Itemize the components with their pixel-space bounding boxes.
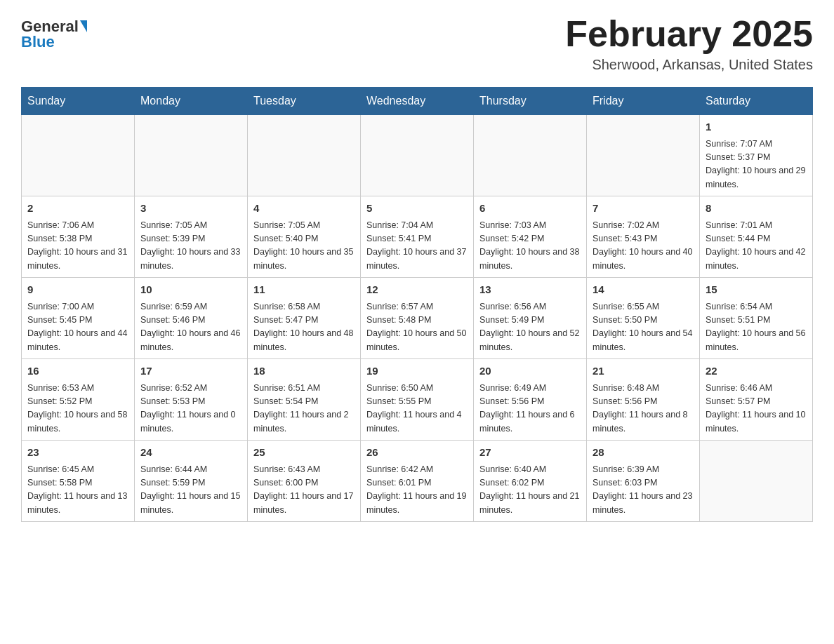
day-number: 19 [366, 363, 468, 380]
day-number: 8 [706, 201, 807, 217]
day-number: 17 [140, 363, 241, 380]
column-header-wednesday: Wednesday [361, 88, 474, 115]
calendar-cell: 7Sunrise: 7:02 AM Sunset: 5:43 PM Daylig… [587, 196, 700, 278]
calendar-cell: 24Sunrise: 6:44 AM Sunset: 5:59 PM Dayli… [135, 441, 248, 522]
day-number: 18 [253, 363, 355, 380]
calendar-cell [135, 115, 248, 196]
calendar-cell: 11Sunrise: 6:58 AM Sunset: 5:47 PM Dayli… [248, 278, 361, 359]
day-info: Sunrise: 6:56 AM Sunset: 5:49 PM Dayligh… [479, 300, 581, 355]
calendar-cell: 23Sunrise: 6:45 AM Sunset: 5:58 PM Dayli… [22, 441, 135, 522]
calendar-cell: 9Sunrise: 7:00 AM Sunset: 5:45 PM Daylig… [22, 278, 135, 359]
calendar-table: SundayMondayTuesdayWednesdayThursdayFrid… [21, 87, 813, 522]
day-info: Sunrise: 6:49 AM Sunset: 5:56 PM Dayligh… [479, 382, 581, 436]
calendar-cell: 26Sunrise: 6:42 AM Sunset: 6:01 PM Dayli… [361, 441, 474, 522]
column-header-tuesday: Tuesday [248, 88, 361, 115]
calendar-cell: 3Sunrise: 7:05 AM Sunset: 5:39 PM Daylig… [135, 196, 248, 278]
calendar-cell: 8Sunrise: 7:01 AM Sunset: 5:44 PM Daylig… [700, 196, 813, 278]
logo: General Blue [21, 14, 87, 51]
day-info: Sunrise: 7:03 AM Sunset: 5:42 PM Dayligh… [479, 219, 581, 274]
column-header-saturday: Saturday [700, 88, 813, 115]
calendar-cell: 1Sunrise: 7:07 AM Sunset: 5:37 PM Daylig… [700, 115, 813, 196]
day-number: 10 [140, 282, 241, 298]
day-number: 20 [479, 363, 581, 380]
day-number: 23 [27, 445, 128, 461]
day-number: 4 [253, 201, 355, 217]
calendar-cell [587, 115, 700, 196]
day-info: Sunrise: 6:59 AM Sunset: 5:46 PM Dayligh… [140, 300, 241, 355]
calendar-cell: 25Sunrise: 6:43 AM Sunset: 6:00 PM Dayli… [248, 441, 361, 522]
calendar-subtitle: Sherwood, Arkansas, United States [565, 57, 813, 73]
day-number: 11 [253, 282, 355, 298]
calendar-cell: 28Sunrise: 6:39 AM Sunset: 6:03 PM Dayli… [587, 441, 700, 522]
day-number: 28 [593, 445, 694, 461]
day-info: Sunrise: 6:48 AM Sunset: 5:56 PM Dayligh… [593, 382, 694, 436]
day-info: Sunrise: 6:45 AM Sunset: 5:58 PM Dayligh… [27, 463, 128, 518]
day-info: Sunrise: 7:06 AM Sunset: 5:38 PM Dayligh… [27, 219, 128, 274]
day-info: Sunrise: 6:58 AM Sunset: 5:47 PM Dayligh… [253, 300, 355, 355]
calendar-cell: 14Sunrise: 6:55 AM Sunset: 5:50 PM Dayli… [587, 278, 700, 359]
calendar-cell: 2Sunrise: 7:06 AM Sunset: 5:38 PM Daylig… [22, 196, 135, 278]
logo-blue-text: Blue [21, 33, 55, 51]
calendar-cell: 21Sunrise: 6:48 AM Sunset: 5:56 PM Dayli… [587, 359, 700, 441]
day-number: 27 [479, 445, 581, 461]
day-info: Sunrise: 7:02 AM Sunset: 5:43 PM Dayligh… [593, 219, 694, 274]
day-info: Sunrise: 7:01 AM Sunset: 5:44 PM Dayligh… [706, 219, 807, 274]
day-number: 21 [593, 363, 694, 380]
calendar-cell: 6Sunrise: 7:03 AM Sunset: 5:42 PM Daylig… [474, 196, 587, 278]
day-number: 25 [253, 445, 355, 461]
column-header-sunday: Sunday [22, 88, 135, 115]
calendar-title: February 2025 [565, 14, 813, 54]
calendar-cell: 13Sunrise: 6:56 AM Sunset: 5:49 PM Dayli… [474, 278, 587, 359]
column-header-friday: Friday [587, 88, 700, 115]
calendar-week-row: 9Sunrise: 7:00 AM Sunset: 5:45 PM Daylig… [22, 278, 813, 359]
calendar-cell: 27Sunrise: 6:40 AM Sunset: 6:02 PM Dayli… [474, 441, 587, 522]
day-info: Sunrise: 6:43 AM Sunset: 6:00 PM Dayligh… [253, 463, 355, 518]
calendar-cell [248, 115, 361, 196]
day-number: 15 [706, 282, 807, 298]
calendar-cell: 4Sunrise: 7:05 AM Sunset: 5:40 PM Daylig… [248, 196, 361, 278]
column-header-monday: Monday [135, 88, 248, 115]
calendar-cell: 22Sunrise: 6:46 AM Sunset: 5:57 PM Dayli… [700, 359, 813, 441]
day-info: Sunrise: 7:05 AM Sunset: 5:39 PM Dayligh… [140, 219, 241, 274]
day-info: Sunrise: 6:55 AM Sunset: 5:50 PM Dayligh… [593, 300, 694, 355]
day-number: 26 [366, 445, 468, 461]
day-number: 22 [706, 363, 807, 380]
calendar-cell: 16Sunrise: 6:53 AM Sunset: 5:52 PM Dayli… [22, 359, 135, 441]
day-info: Sunrise: 6:51 AM Sunset: 5:54 PM Dayligh… [253, 382, 355, 436]
day-info: Sunrise: 7:05 AM Sunset: 5:40 PM Dayligh… [253, 219, 355, 274]
day-number: 7 [593, 201, 694, 217]
day-number: 16 [27, 363, 128, 380]
calendar-week-row: 1Sunrise: 7:07 AM Sunset: 5:37 PM Daylig… [22, 115, 813, 196]
day-number: 6 [479, 201, 581, 217]
calendar-week-row: 16Sunrise: 6:53 AM Sunset: 5:52 PM Dayli… [22, 359, 813, 441]
day-info: Sunrise: 6:44 AM Sunset: 5:59 PM Dayligh… [140, 463, 241, 518]
day-info: Sunrise: 6:42 AM Sunset: 6:01 PM Dayligh… [366, 463, 468, 518]
day-number: 24 [140, 445, 241, 461]
day-info: Sunrise: 6:53 AM Sunset: 5:52 PM Dayligh… [27, 382, 128, 436]
calendar-cell: 19Sunrise: 6:50 AM Sunset: 5:55 PM Dayli… [361, 359, 474, 441]
calendar-cell [361, 115, 474, 196]
calendar-cell: 17Sunrise: 6:52 AM Sunset: 5:53 PM Dayli… [135, 359, 248, 441]
logo-triangle-icon [80, 20, 87, 32]
calendar-header-row: SundayMondayTuesdayWednesdayThursdayFrid… [22, 88, 813, 115]
calendar-cell [474, 115, 587, 196]
calendar-week-row: 2Sunrise: 7:06 AM Sunset: 5:38 PM Daylig… [22, 196, 813, 278]
day-info: Sunrise: 7:04 AM Sunset: 5:41 PM Dayligh… [366, 219, 468, 274]
day-number: 14 [593, 282, 694, 298]
calendar-cell: 10Sunrise: 6:59 AM Sunset: 5:46 PM Dayli… [135, 278, 248, 359]
day-info: Sunrise: 6:46 AM Sunset: 5:57 PM Dayligh… [706, 382, 807, 436]
calendar-cell: 5Sunrise: 7:04 AM Sunset: 5:41 PM Daylig… [361, 196, 474, 278]
page-header: General Blue February 2025 Sherwood, Ark… [21, 14, 813, 73]
day-info: Sunrise: 6:54 AM Sunset: 5:51 PM Dayligh… [706, 300, 807, 355]
calendar-cell: 20Sunrise: 6:49 AM Sunset: 5:56 PM Dayli… [474, 359, 587, 441]
day-info: Sunrise: 6:40 AM Sunset: 6:02 PM Dayligh… [479, 463, 581, 518]
calendar-cell: 12Sunrise: 6:57 AM Sunset: 5:48 PM Dayli… [361, 278, 474, 359]
day-info: Sunrise: 6:57 AM Sunset: 5:48 PM Dayligh… [366, 300, 468, 355]
day-number: 3 [140, 201, 241, 217]
calendar-cell: 18Sunrise: 6:51 AM Sunset: 5:54 PM Dayli… [248, 359, 361, 441]
day-number: 5 [366, 201, 468, 217]
calendar-cell [700, 441, 813, 522]
day-number: 2 [27, 201, 128, 217]
calendar-week-row: 23Sunrise: 6:45 AM Sunset: 5:58 PM Dayli… [22, 441, 813, 522]
calendar-cell [22, 115, 135, 196]
